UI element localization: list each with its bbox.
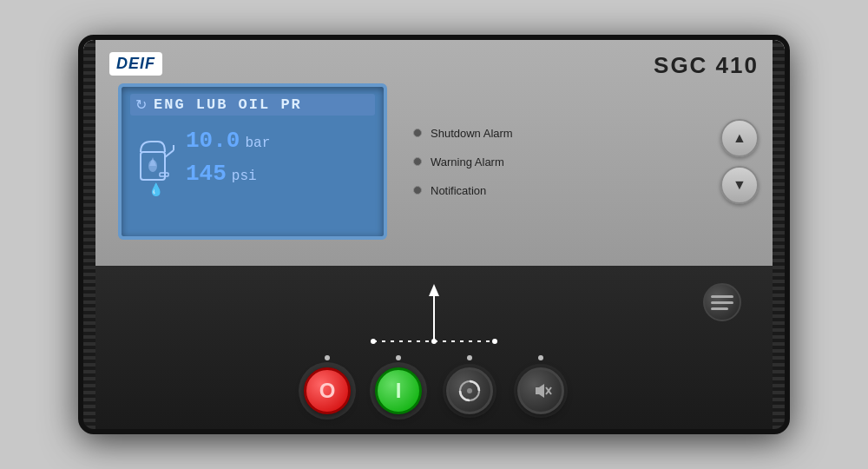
mute-button[interactable]: [517, 367, 564, 414]
oil-can-icon: 💧: [134, 129, 177, 196]
notification-indicator: [413, 186, 422, 195]
control-buttons-row: O I: [304, 367, 564, 414]
start-icon: I: [396, 379, 402, 403]
nav-down-button[interactable]: ▼: [720, 166, 759, 204]
warning-label: Warning Alarm: [431, 155, 504, 168]
nav-buttons: ▲ ▼: [720, 119, 759, 204]
spin-button[interactable]: [446, 367, 493, 414]
status-panel: Shutdown Alarm Warning Alarm Notificatio…: [413, 127, 712, 197]
start-button[interactable]: I: [375, 367, 422, 414]
led-stop: [325, 355, 330, 360]
diagram-svg: [304, 281, 564, 350]
svg-rect-6: [711, 295, 733, 298]
led-mute: [538, 355, 543, 360]
lcd-content: 💧 10.0 bar 145 psi: [130, 122, 375, 196]
lcd-psi-row: 145 psi: [186, 161, 270, 187]
mute-icon: [529, 379, 553, 403]
lcd-bar-row: 10.0 bar: [186, 128, 270, 154]
warning-indicator: [413, 157, 422, 166]
svg-point-16: [467, 388, 472, 393]
bottom-panel: O I: [83, 266, 785, 429]
lcd-title-row: ↻ ENG LUB OIL PR: [130, 94, 375, 116]
shutdown-indicator: [413, 129, 422, 137]
led-stop-area: [304, 355, 351, 360]
led-spin: [467, 355, 472, 360]
lcd-display: ↻ ENG LUB OIL PR: [118, 83, 387, 240]
model-name: SGC 410: [654, 52, 759, 79]
refresh-icon: ↻: [135, 96, 147, 113]
led-start-area: [375, 355, 422, 360]
status-shutdown: Shutdown Alarm: [413, 127, 712, 140]
lcd-psi-value: 145: [186, 161, 227, 187]
stop-button[interactable]: O: [304, 367, 351, 414]
notification-label: Notification: [431, 184, 486, 197]
nav-up-icon: ▲: [733, 130, 746, 146]
svg-point-12: [371, 339, 376, 344]
status-warning: Warning Alarm: [413, 155, 712, 168]
svg-point-14: [492, 339, 497, 344]
led-start: [396, 355, 401, 360]
svg-line-1: [165, 150, 174, 157]
lcd-bar-unit: bar: [245, 135, 270, 151]
stop-icon: O: [319, 379, 336, 403]
svg-point-13: [431, 339, 437, 344]
lcd-values: 10.0 bar 145 psi: [186, 128, 270, 187]
menu-icon: [711, 294, 733, 311]
led-mute-area: [517, 355, 564, 360]
shutdown-label: Shutdown Alarm: [431, 127, 513, 140]
top-panel: DEIF SGC 410 ↻ ENG LUB OIL PR: [83, 40, 785, 266]
svg-rect-7: [711, 301, 733, 304]
lcd-bar-value: 10.0: [186, 128, 240, 154]
lcd-title-text: ENG LUB OIL PR: [154, 96, 302, 113]
nav-up-button[interactable]: ▲: [720, 119, 759, 157]
svg-marker-10: [429, 284, 439, 296]
nav-down-icon: ▼: [733, 177, 746, 193]
svg-marker-17: [536, 384, 544, 398]
deif-logo: DEIF: [109, 52, 162, 76]
led-spin-area: [446, 355, 493, 360]
device-panel: DEIF SGC 410 ↻ ENG LUB OIL PR: [78, 35, 790, 434]
spin-icon: [457, 379, 482, 403]
leds-row: [304, 355, 564, 360]
lcd-psi-unit: psi: [232, 168, 257, 184]
menu-button[interactable]: [703, 283, 741, 321]
status-notification: Notification: [413, 184, 712, 197]
svg-rect-8: [711, 307, 728, 310]
